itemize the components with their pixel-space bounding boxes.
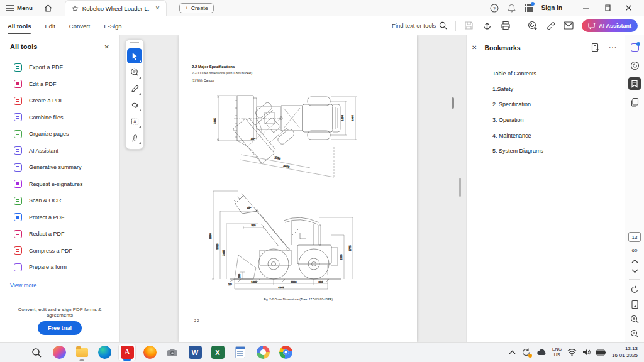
- document-scrollbar-thumb[interactable]: [452, 97, 454, 109]
- hidden-icons-chevron[interactable]: [509, 350, 516, 354]
- tools-panel-close-icon[interactable]: ✕: [104, 43, 109, 50]
- tab-close-icon[interactable]: ✕: [154, 5, 162, 11]
- home-button[interactable]: [44, 4, 52, 12]
- tab-convert[interactable]: Convert: [69, 18, 90, 34]
- bookmark-specification[interactable]: 2. Specification: [467, 97, 625, 112]
- comments-rail-button[interactable]: [628, 59, 641, 72]
- tab-esign[interactable]: E-Sign: [104, 18, 122, 34]
- bookmark-operation[interactable]: 3. Operation: [467, 112, 625, 128]
- generative-summary-rail-button[interactable]: [628, 41, 641, 53]
- tool-item-combine-files[interactable]: Combine files: [0, 109, 119, 126]
- current-page-input[interactable]: 13: [628, 232, 641, 242]
- start-button[interactable]: [5, 344, 23, 361]
- volume-icon[interactable]: [582, 349, 591, 356]
- tab-edit[interactable]: Edit: [45, 18, 55, 34]
- bookmarks-options-icon[interactable]: ···: [609, 44, 617, 51]
- export-pdf-icon: [14, 63, 22, 72]
- restore-button[interactable]: [596, 0, 618, 16]
- chrome-icon: [279, 346, 292, 359]
- minimize-button[interactable]: [575, 0, 596, 16]
- document-tab[interactable]: Kobelco Wheel Loader L... ✕: [65, 0, 167, 16]
- firefox-button[interactable]: [141, 344, 158, 361]
- text-edit-tool-button[interactable]: A: [127, 114, 142, 129]
- chrome-button[interactable]: [277, 344, 294, 361]
- dim-departure-angle: 10°: [228, 283, 232, 286]
- dim-rear-overhang: 830: [319, 280, 324, 283]
- draw-tool-button[interactable]: [127, 97, 142, 112]
- tool-item-scan-ocr[interactable]: Scan & OCR: [0, 192, 119, 209]
- add-comment-icon[interactable]: [528, 21, 538, 31]
- view-more-link[interactable]: View more: [0, 276, 119, 288]
- page-thumbnails-rail-button[interactable]: [628, 96, 641, 108]
- wifi-icon[interactable]: [567, 349, 577, 356]
- help-icon[interactable]: ?: [490, 4, 499, 13]
- link-icon[interactable]: [546, 21, 555, 30]
- notifications-bell-icon[interactable]: [508, 4, 516, 13]
- add-bookmark-icon[interactable]: [591, 43, 600, 52]
- clock[interactable]: 13:13 16-01-2025: [612, 346, 638, 359]
- bookmarks-close-icon[interactable]: ✕: [472, 44, 477, 51]
- dim-max-height: 3890: [209, 233, 212, 239]
- sign-in-button[interactable]: Sign in: [541, 4, 562, 11]
- bookmark-system-diagrams[interactable]: 5. System Diagrams: [467, 143, 625, 159]
- palette-drag-handle[interactable]: [130, 42, 139, 45]
- tool-item-request-esignatures[interactable]: Request e-signatures: [0, 176, 119, 193]
- close-button[interactable]: [618, 0, 639, 16]
- tool-item-edit-pdf[interactable]: Edit a PDF: [0, 76, 119, 93]
- tool-item-prepare-form[interactable]: Prepare a form: [0, 259, 119, 276]
- cloud-status-icon[interactable]: [536, 349, 547, 356]
- share-icon[interactable]: [482, 21, 492, 30]
- create-button[interactable]: + Create: [179, 3, 213, 13]
- bookmark-maintenance[interactable]: 4. Maintenance: [467, 128, 625, 143]
- panel-scrollbar-thumb[interactable]: [459, 178, 461, 197]
- tool-item-protect-pdf[interactable]: Protect a PDF: [0, 209, 119, 226]
- rotate-page-icon[interactable]: [630, 285, 639, 294]
- pen-nib-icon: [131, 134, 139, 142]
- bookmarks-rail-button[interactable]: [628, 77, 641, 90]
- apps-grid-icon[interactable]: [525, 4, 533, 12]
- onedrive-sync-icon[interactable]: [521, 348, 531, 357]
- select-tool-button[interactable]: [127, 48, 142, 63]
- save-icon[interactable]: [464, 21, 474, 30]
- excel-button[interactable]: X: [209, 344, 226, 361]
- window-controls: [575, 0, 639, 16]
- tool-item-compress-pdf[interactable]: Compress a PDF: [0, 243, 119, 260]
- dim-front-length: 2796: [274, 156, 281, 160]
- acrobat-button[interactable]: A: [118, 344, 136, 361]
- edit-tool-button[interactable]: [127, 81, 142, 96]
- word-button[interactable]: W: [186, 344, 204, 361]
- free-trial-button[interactable]: Free trial: [38, 321, 82, 335]
- edge-button[interactable]: [96, 344, 113, 361]
- tool-item-organize-pages[interactable]: Organize pages: [0, 126, 119, 143]
- comment-tool-button[interactable]: [127, 65, 142, 80]
- next-page-chevron-icon[interactable]: [631, 269, 638, 273]
- bookmark-table-of-contents[interactable]: Table of Contents: [467, 66, 625, 82]
- tool-item-ai-assistant[interactable]: AI Assistant: [0, 143, 119, 160]
- tool-item-generative-summary[interactable]: Generative summary: [0, 159, 119, 176]
- camera-button[interactable]: [164, 344, 181, 361]
- previous-page-chevron-icon[interactable]: [631, 259, 638, 263]
- copilot-button[interactable]: [50, 344, 68, 361]
- sign-tool-button[interactable]: [127, 130, 142, 145]
- battery-icon[interactable]: [596, 349, 606, 356]
- ai-assistant-label: AI Assistant: [599, 23, 631, 29]
- tool-item-export-pdf[interactable]: Export a PDF: [0, 59, 119, 76]
- tool-item-create-pdf[interactable]: Create a PDF: [0, 92, 119, 109]
- tool-item-redact-pdf[interactable]: Redact a PDF: [0, 226, 119, 243]
- notepad-button[interactable]: [231, 344, 249, 361]
- paint-button[interactable]: [254, 344, 272, 361]
- ai-assistant-button[interactable]: AI Assistant: [582, 19, 638, 32]
- page-view-icon[interactable]: [631, 300, 639, 309]
- tab-all-tools[interactable]: All tools: [8, 18, 31, 34]
- bookmark-safety[interactable]: 1.Safety: [467, 82, 625, 97]
- plus-icon: +: [185, 5, 188, 11]
- taskbar-search-button[interactable]: [28, 344, 45, 361]
- zoom-out-icon[interactable]: [630, 329, 639, 338]
- file-explorer-button[interactable]: [73, 344, 91, 361]
- email-icon[interactable]: [564, 21, 574, 30]
- print-icon[interactable]: [501, 21, 511, 30]
- language-indicator[interactable]: ENG US: [552, 347, 562, 357]
- zoom-in-icon[interactable]: [630, 315, 639, 324]
- menu-button[interactable]: Menu: [6, 4, 33, 11]
- find-tools-button[interactable]: Find text or tools: [392, 21, 447, 30]
